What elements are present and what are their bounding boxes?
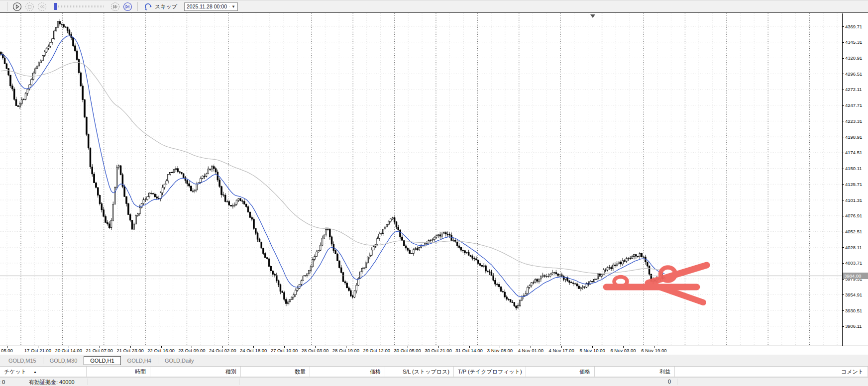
- column-header[interactable]: コメント: [675, 367, 868, 377]
- tab-gold-h1[interactable]: GOLD,H1: [84, 356, 120, 365]
- price-tick: [843, 90, 844, 90]
- date-picker[interactable]: 2025.11.28 00:00 ▼: [184, 2, 238, 11]
- price-label: 4296.51: [845, 71, 862, 77]
- chevron-down-icon: ▼: [231, 4, 235, 9]
- pause-icon: [25, 2, 34, 11]
- moving-averages: [1, 36, 664, 296]
- time-label: 22 Oct 16:00: [147, 348, 174, 353]
- time-axis[interactable]: 05:0017 Oct 21:0020 Oct 14:0021 Oct 07:0…: [0, 346, 868, 355]
- candlestick-chart[interactable]: [0, 13, 842, 346]
- price-label: 4272.11: [845, 87, 862, 92]
- column-header-label: コメント: [841, 369, 864, 375]
- candles: [0, 19, 665, 310]
- price-tick: [843, 74, 844, 74]
- skip-to-end-button[interactable]: [123, 2, 132, 11]
- time-label: 28 Oct 19:00: [332, 348, 359, 353]
- slider-handle[interactable]: [54, 3, 57, 10]
- column-header[interactable]: 種別: [150, 367, 241, 377]
- equity-status: 有効証拠金: 40000: [29, 379, 75, 386]
- annotation-circle: [614, 277, 627, 287]
- time-label: 28 Oct 03:00: [302, 348, 328, 353]
- ma-fast-line: [1, 36, 664, 296]
- time-label: 3 Nov 08:00: [487, 348, 513, 353]
- price-tick: [843, 58, 844, 59]
- column-header-label: 種別: [225, 369, 236, 375]
- hand-drawn-arrow-annotation: [606, 265, 707, 302]
- statusbar-divider: [239, 379, 239, 385]
- orders-table-header: チケット▲時間種別数量価格S/L (ストップロス)T/P (テイクプロフィット)…: [0, 367, 868, 377]
- price-tick: [843, 310, 844, 311]
- pause-button: [25, 2, 34, 11]
- time-label: 6 Nov 03:00: [610, 348, 636, 353]
- statusbar-divider: [88, 379, 88, 385]
- price-label: 4223.31: [845, 118, 862, 124]
- price-tick: [843, 153, 844, 153]
- price-axis[interactable]: 4369.714345.314320.914296.514272.114247.…: [842, 13, 868, 346]
- price-label: 3930.51: [845, 308, 862, 313]
- price-label: 3954.91: [845, 292, 862, 297]
- price-label: 4345.31: [845, 39, 862, 45]
- ma-slow-line: [1, 62, 664, 273]
- column-header-label: 数量: [295, 369, 306, 375]
- tab-gold-daily[interactable]: GOLD,Daily: [158, 356, 201, 365]
- price-tick: [843, 326, 844, 327]
- time-label: 24 Oct 02:00: [209, 348, 236, 353]
- price-tick: [843, 247, 844, 248]
- current-price-tag: 3984.00: [843, 273, 868, 279]
- rewind-button: [37, 2, 47, 11]
- status-bar: 残高: 0 有効証拠金: 40000 0: [0, 377, 868, 386]
- tab-gold-m15[interactable]: GOLD,M15: [2, 356, 43, 365]
- time-label: 30 Oct 21:00: [425, 348, 451, 353]
- time-label: 31 Oct 14:00: [455, 348, 482, 353]
- column-header[interactable]: S/L (ストップロス): [385, 367, 454, 377]
- price-tick: [843, 105, 844, 106]
- time-label: 24 Oct 18:00: [240, 348, 267, 353]
- time-label: 21 Oct 07:00: [86, 348, 112, 353]
- column-header[interactable]: 利益: [595, 367, 675, 377]
- price-tick: [843, 184, 844, 185]
- column-header-label: S/L (ストップロス): [403, 369, 449, 375]
- skip-control[interactable]: スキップ: [144, 2, 177, 11]
- fast-forward-button[interactable]: [110, 2, 120, 11]
- price-label: 3906.11: [845, 323, 862, 329]
- column-header[interactable]: 価格: [310, 367, 385, 377]
- price-tick: [843, 232, 844, 232]
- price-tick: [843, 169, 844, 169]
- price-tick: [843, 216, 844, 216]
- column-header-label: 価格: [579, 369, 590, 375]
- speed-slider[interactable]: [54, 3, 104, 10]
- statusbar-divider: [677, 379, 677, 385]
- price-tick: [843, 137, 844, 137]
- sort-asc-icon: ▲: [33, 370, 37, 374]
- price-tick: [843, 294, 844, 295]
- skip-to-end-icon: [123, 2, 132, 11]
- tab-gold-h4[interactable]: GOLD,H4: [121, 356, 158, 365]
- fast-forward-icon: [110, 2, 120, 11]
- time-label: 27 Oct 10:00: [271, 348, 298, 353]
- time-label: 5 Nov 10:00: [579, 348, 605, 353]
- column-header[interactable]: チケット▲: [0, 367, 87, 377]
- skip-label: スキップ: [155, 3, 177, 10]
- column-header[interactable]: T/P (テイクプロフィット): [454, 367, 526, 377]
- play-button[interactable]: [12, 2, 22, 11]
- column-header-label: チケット: [4, 369, 26, 375]
- loop-skip-icon: [144, 2, 153, 11]
- tab-gold-m30[interactable]: GOLD,M30: [43, 356, 84, 365]
- calendar-icon: [229, 4, 229, 9]
- timeframe-tabbar: GOLD,M15GOLD,M30GOLD,H1GOLD,H4GOLD,Daily: [0, 355, 868, 367]
- price-label: 4003.71: [845, 260, 862, 266]
- price-tick: [843, 200, 844, 200]
- price-label: 4320.91: [845, 55, 862, 61]
- chart-canvas[interactable]: [0, 13, 842, 346]
- time-label: 20 Oct 14:00: [55, 348, 82, 353]
- price-tick: [843, 42, 844, 43]
- column-header[interactable]: 価格: [526, 367, 595, 377]
- price-label: 4052.51: [845, 229, 862, 234]
- play-icon: [12, 2, 22, 11]
- price-label: 4076.91: [845, 213, 862, 218]
- column-header-label: 利益: [659, 369, 670, 375]
- column-header[interactable]: 数量: [241, 367, 310, 377]
- column-header[interactable]: 時間: [87, 367, 150, 377]
- rewind-icon: [37, 2, 47, 11]
- time-label: 6 Nov 19:00: [641, 348, 666, 353]
